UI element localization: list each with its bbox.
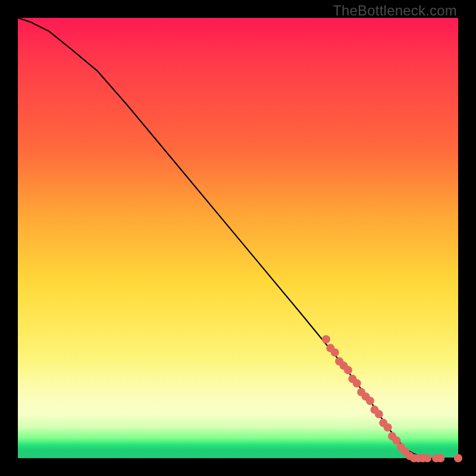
data-marker <box>384 423 392 431</box>
data-marker <box>375 410 383 418</box>
data-marker <box>331 348 339 356</box>
series-curve <box>18 18 458 458</box>
data-marker <box>322 335 330 343</box>
chart-frame: TheBottleneck.com <box>0 0 476 476</box>
data-marker <box>344 366 352 374</box>
data-marker <box>353 379 361 387</box>
data-marker <box>454 454 462 462</box>
plot-area <box>18 18 458 458</box>
chart-svg <box>18 18 458 458</box>
series-markers <box>322 335 462 462</box>
data-marker <box>366 397 374 405</box>
data-marker <box>436 454 444 462</box>
watermark-text: TheBottleneck.com <box>333 2 457 19</box>
data-marker <box>423 454 431 462</box>
